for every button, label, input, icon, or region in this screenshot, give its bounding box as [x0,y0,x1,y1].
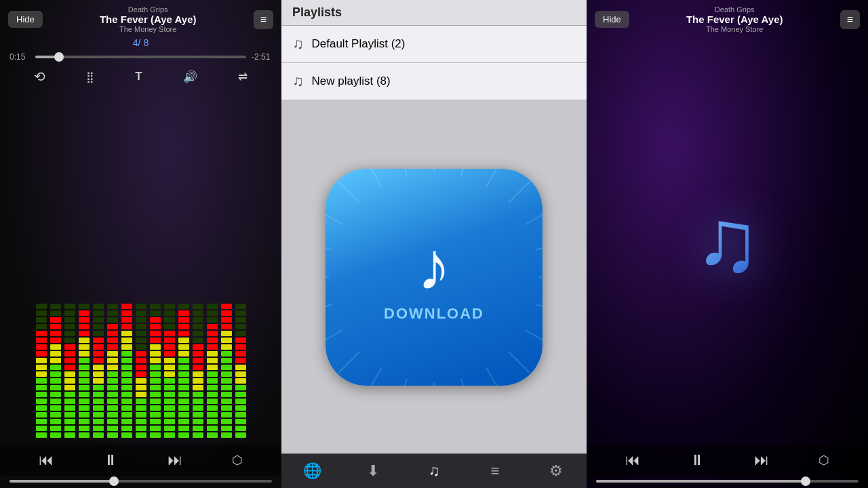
eq-seg [121,365,132,370]
eq-seg [178,365,189,370]
menu-button-right[interactable]: ≡ [840,10,860,29]
playlist-item-new[interactable]: ♫ New playlist (8) [281,63,587,100]
left-album: The Money Store [43,25,254,33]
left-volume-track[interactable] [9,480,272,483]
prev-button-left[interactable]: ⏮ [39,451,54,469]
eq-seg [193,351,203,357]
volume-button[interactable]: 🔊 [183,70,197,84]
eq-col-2 [64,304,76,438]
eq-seg [235,344,246,350]
menu-button-left[interactable]: ≡ [254,10,273,29]
eq-seg [107,432,118,438]
eq-seg [50,405,61,411]
download-button[interactable]: ♪ DOWNLOAD [326,169,542,386]
playlist-name-default: Default Playlist (2) [312,37,406,51]
eq-seg [50,378,61,384]
tab-download[interactable]: ⬇ [342,458,403,484]
eq-seg [50,412,61,418]
next-button-right[interactable]: ⏭ [754,451,769,469]
eq-seg [150,365,161,370]
eq-seg [79,317,90,323]
svg-line-14 [366,368,382,386]
eq-seg [93,371,104,377]
eq-seg [136,344,146,350]
eq-seg [164,419,175,424]
prev-button-right[interactable]: ⏮ [625,451,640,469]
eq-seg [50,419,61,424]
playlist-item-default[interactable]: ♫ Default Playlist (2) [281,26,587,63]
eq-seg [121,317,132,323]
tab-globe[interactable]: 🌐 [281,458,342,484]
eq-seg [178,317,189,323]
eq-seg [50,399,61,404]
eq-seg [79,405,90,411]
eq-seg [79,324,90,329]
eq-seg [207,385,218,390]
eq-seg [207,324,218,329]
playlist-list: ♫ Default Playlist (2) ♫ New playlist (8… [281,26,587,100]
eq-seg [193,412,203,418]
eq-seg [79,419,90,424]
eq-seg [36,378,47,384]
svg-line-9 [509,351,530,373]
play-pause-button-right[interactable]: ⏸ [690,451,705,469]
eq-seg [221,331,232,336]
track-counter: 4/ 8 [0,36,281,49]
hide-button-right[interactable]: Hide [595,11,629,28]
eq-seg [50,358,61,363]
play-pause-button-left[interactable]: ⏸ [103,451,118,469]
eq-seg [36,412,47,418]
eq-col-4 [92,304,104,438]
eq-seg [164,358,175,363]
eq-seg [64,419,75,424]
tab-settings[interactable]: ⚙ [526,458,587,484]
progress-track[interactable] [35,56,246,58]
eq-seg [107,351,118,357]
left-volume-thumb [109,476,119,486]
grid-button[interactable]: ⣿ [86,70,94,83]
tab-music[interactable]: ♫ [403,458,465,484]
left-bottom-transport: ⏮ ⏸ ⏭ ⬡ [0,445,281,476]
airplay-button-right[interactable]: ⬡ [818,453,829,468]
eq-seg [36,358,47,363]
left-header: Hide Death Grips The Fever (Aye Aye) The… [0,0,281,36]
eq-seg [107,304,118,309]
eq-seg [121,392,132,397]
left-artist: Death Grips [43,5,254,14]
eq-seg [221,344,232,350]
eq-seg [164,432,175,438]
left-track-info: Death Grips The Fever (Aye Aye) The Mone… [43,5,254,33]
hide-button-left[interactable]: Hide [8,11,43,28]
eq-seg [235,378,246,384]
eq-seg [64,304,75,309]
eq-seg [150,351,161,357]
eq-seg [164,351,175,357]
eq-seg [121,385,132,390]
eq-seg [235,426,246,431]
right-track-title: The Fever (Aye Aye) [629,14,840,25]
eq-seg [193,385,203,390]
eq-seg [136,385,146,390]
eq-col-7 [135,304,147,438]
eq-seg [79,331,90,336]
eq-seg [193,358,203,363]
eq-seg [121,351,132,357]
eq-seg [107,392,118,397]
eq-col-3 [78,304,90,438]
eq-seg [150,331,161,336]
text-button[interactable]: T [135,70,142,83]
airplay-button-left[interactable]: ⬡ [232,453,243,468]
eq-seg [36,385,47,390]
next-button-left[interactable]: ⏭ [167,451,182,469]
shuffle-button[interactable]: ⇌ [238,70,248,84]
download-music-note: ♪ [417,232,451,300]
eq-seg [178,412,189,418]
tab-playlist[interactable]: ≡ [465,458,526,484]
right-bottom-transport: ⏮ ⏸ ⏭ ⬡ [587,445,868,476]
right-volume-track[interactable] [596,480,859,483]
repeat-button[interactable]: ⟲ [34,68,45,85]
eq-seg [107,324,118,329]
time-remaining: -2:51 [252,52,272,62]
eq-seg [121,426,132,431]
svg-line-13 [399,378,407,385]
